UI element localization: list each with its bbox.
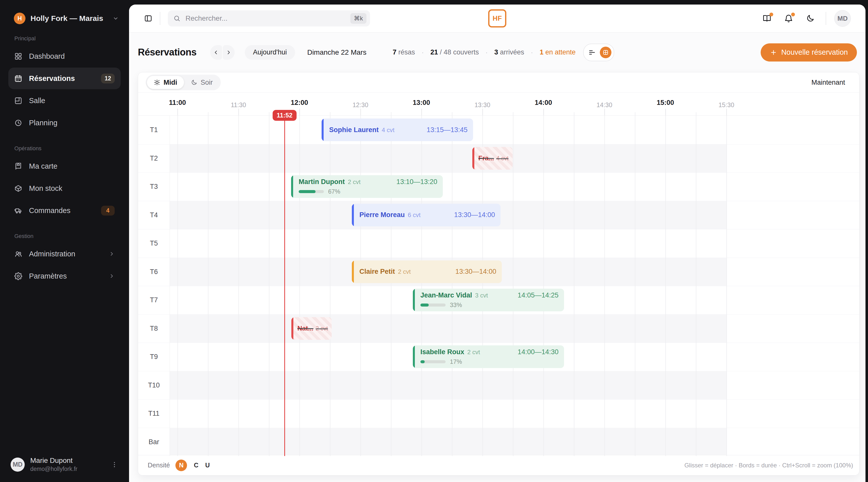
guest-name: Jean-Marc Vidal bbox=[421, 292, 472, 299]
user-menu[interactable]: MD Marie Dupont demo@hollyfork.fr bbox=[0, 453, 129, 476]
density-option-c[interactable]: C bbox=[194, 461, 198, 469]
reservation-claire-petit[interactable]: Claire Petit2 cvt13:30—14:00 bbox=[352, 261, 502, 283]
dark-mode-icon[interactable] bbox=[806, 14, 814, 23]
stat-48-couverts: 21 / 48 couverts bbox=[431, 49, 479, 56]
reservation-nat[interactable]: Nat...2 cvt bbox=[291, 317, 332, 340]
prev-day-button[interactable] bbox=[210, 45, 222, 60]
reservation-martin-dupont[interactable]: Martin Dupont2 cvt13:10—13:2067% bbox=[291, 175, 443, 198]
sidebar-item-salle[interactable]: Salle bbox=[8, 90, 121, 112]
reservation-fra[interactable]: Fra...4 cvt bbox=[472, 147, 513, 170]
package-icon bbox=[14, 184, 22, 192]
chevron-right-icon bbox=[108, 251, 115, 257]
kebab-menu-icon[interactable] bbox=[111, 461, 118, 468]
user-email: demo@hollyfork.fr bbox=[30, 465, 105, 473]
chevron-right-icon bbox=[108, 273, 115, 279]
sidebar-item-mon-stock[interactable]: Mon stock bbox=[8, 178, 121, 199]
reservation-line: Claire Petit2 cvt13:30—14:00 bbox=[360, 268, 496, 275]
reservation-isabelle-roux[interactable]: Isabelle Roux2 cvt14:00—14:3017% bbox=[413, 345, 564, 368]
density-option-n[interactable]: N bbox=[176, 459, 187, 471]
time-range: 14:05—14:25 bbox=[518, 292, 558, 299]
covers: 2 cvt bbox=[348, 179, 361, 185]
progress-row: 33% bbox=[421, 301, 558, 308]
sidebar-item-planning[interactable]: Planning bbox=[8, 112, 121, 133]
progress-label: 33% bbox=[450, 301, 462, 308]
axis-label: 14:30 bbox=[596, 101, 613, 109]
search-bar[interactable]: ⌘k bbox=[168, 10, 370, 27]
stat-arriv-es: 3 arrivées bbox=[494, 49, 524, 56]
row-label: T9 bbox=[138, 343, 169, 371]
user-avatar: MD bbox=[10, 457, 25, 472]
sidebar-item-administration[interactable]: Administration bbox=[8, 243, 121, 265]
sidebar-item-param-tres[interactable]: Paramètres bbox=[8, 265, 121, 287]
timeline-grid: T1T2T3T4T5T6T7T8T9T10T11Bar Sophie Laure… bbox=[138, 116, 859, 456]
nav-section-label: Gestion bbox=[14, 233, 129, 240]
reservation-pierre-moreau[interactable]: Pierre Moreau6 cvt13:30—14:00 bbox=[352, 204, 500, 227]
new-reservation-button[interactable]: Nouvelle réservation bbox=[761, 43, 857, 61]
density-options: NCU bbox=[170, 459, 210, 471]
axis-tick bbox=[422, 109, 422, 116]
floorplan-icon bbox=[14, 97, 22, 104]
row-label: T2 bbox=[138, 145, 169, 173]
grid-view-button[interactable] bbox=[600, 47, 612, 58]
workspace-switcher[interactable]: H Holly Fork — Marais bbox=[0, 0, 129, 24]
sidebar-item-label: Administration bbox=[29, 250, 75, 258]
avatar[interactable]: MD bbox=[834, 10, 851, 27]
page-title: Réservations bbox=[138, 47, 196, 58]
truck-icon bbox=[14, 207, 22, 214]
reservation-line: Isabelle Roux2 cvt14:00—14:30 bbox=[421, 348, 558, 356]
guest-name: Pierre Moreau bbox=[360, 211, 405, 219]
axis-label: 14:00 bbox=[534, 99, 552, 107]
search-input[interactable] bbox=[185, 14, 346, 23]
axis-tick bbox=[635, 112, 636, 116]
sidebar-toggle-button[interactable] bbox=[144, 14, 152, 23]
row-label: T1 bbox=[138, 116, 169, 144]
covers: 2 cvt bbox=[316, 325, 328, 332]
row-label: T4 bbox=[138, 201, 169, 230]
reservation-sophie-laurent[interactable]: Sophie Laurent4 cvt13:15—13:45 bbox=[321, 119, 473, 141]
row-label: T6 bbox=[138, 258, 169, 286]
clock-icon bbox=[14, 119, 22, 127]
brand-avatar: H bbox=[14, 12, 26, 24]
reservation-line: Sophie Laurent4 cvt13:15—13:45 bbox=[329, 126, 467, 134]
today-button[interactable]: Aujourd'hui bbox=[245, 45, 295, 60]
tab-midi[interactable]: Midi bbox=[147, 76, 184, 89]
reservation-line: Fra...4 cvt bbox=[478, 154, 509, 162]
search-shortcut-badge: ⌘k bbox=[350, 13, 367, 24]
now-button[interactable]: Maintenant bbox=[811, 79, 845, 87]
covers: 2 cvt bbox=[467, 349, 480, 356]
axis-tick bbox=[696, 112, 696, 116]
tab-soir[interactable]: Soir bbox=[184, 76, 219, 89]
next-day-button[interactable] bbox=[223, 45, 235, 60]
axis-tick bbox=[452, 112, 453, 116]
tab-label: Soir bbox=[200, 79, 213, 87]
chevron-left-icon bbox=[213, 50, 219, 56]
sidebar-item-ma-carte[interactable]: Ma carte bbox=[8, 155, 121, 177]
timeline-footer: Densité NCU Glisser = déplacer · Bords =… bbox=[138, 455, 859, 475]
time-range: 13:30—14:00 bbox=[454, 211, 495, 219]
time-axis: 11:52 11:0011:3012:0012:3013:0013:3014:0… bbox=[138, 93, 859, 116]
density-option-u[interactable]: U bbox=[205, 461, 210, 469]
sidebar-item-r-servations[interactable]: Réservations12 bbox=[8, 67, 121, 89]
plus-icon bbox=[770, 49, 777, 56]
row-label: T11 bbox=[138, 399, 169, 428]
sidebar-badge: 12 bbox=[101, 73, 115, 84]
axis-tick bbox=[239, 109, 239, 116]
guest-name: Nat... bbox=[298, 325, 313, 332]
progress-row: 17% bbox=[421, 358, 558, 365]
axis-label: 12:30 bbox=[352, 101, 369, 109]
bell-icon[interactable] bbox=[784, 14, 793, 23]
list-view-button[interactable] bbox=[588, 49, 596, 56]
reservation-line: Nat...2 cvt bbox=[298, 325, 329, 332]
gridlines bbox=[178, 116, 727, 456]
book-open-icon[interactable] bbox=[763, 14, 771, 23]
axis-tick bbox=[391, 112, 392, 116]
sidebar-item-label: Planning bbox=[29, 119, 58, 127]
sidebar-item-dashboard[interactable]: Dashboard bbox=[8, 46, 121, 67]
stat-separator: · bbox=[486, 49, 488, 57]
row-label: T10 bbox=[138, 371, 169, 399]
sidebar-item-commandes[interactable]: Commandes4 bbox=[8, 200, 121, 221]
sidebar-item-label: Salle bbox=[29, 96, 45, 105]
axis-label: 15:30 bbox=[718, 101, 735, 109]
stat-en-attente: 1 en attente bbox=[539, 49, 576, 56]
reservation-jean-marc-vidal[interactable]: Jean-Marc Vidal3 cvt14:05—14:2533% bbox=[413, 289, 564, 311]
